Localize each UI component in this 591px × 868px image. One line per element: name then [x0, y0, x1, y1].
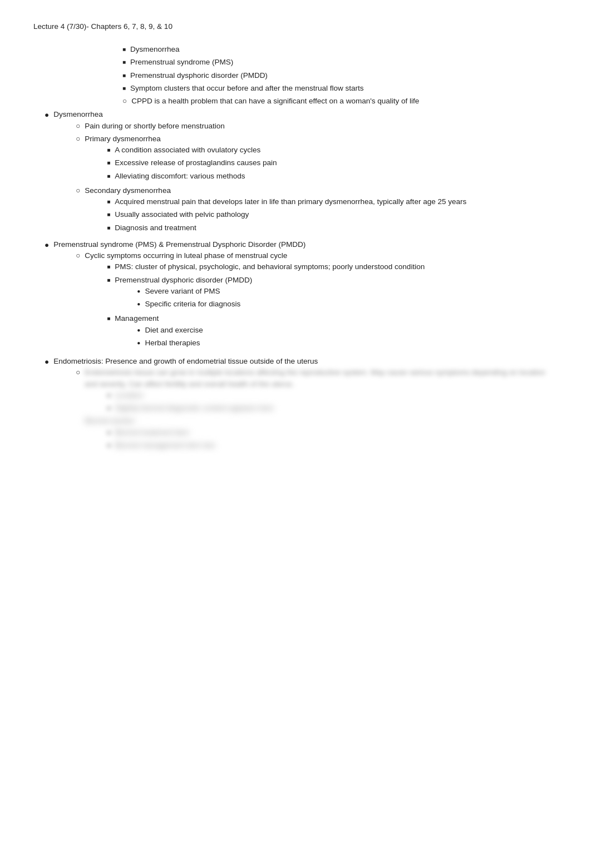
list-item: Alleviating discomfort: various methods — [107, 171, 558, 182]
list-item: Diagnosis and treatment — [107, 222, 558, 234]
list-item: Dysmenorrhea — [122, 44, 558, 55]
list-item: Blurred treatment item — [107, 427, 558, 438]
list-item: Slightly blurred diagnostic content appe… — [107, 403, 558, 414]
list-item: Premenstrual syndrome (PMS) — [122, 57, 558, 68]
list-item: Specific criteria for diagnosis — [137, 299, 558, 310]
list-item: A condition associated with ovulatory cy… — [107, 145, 558, 156]
secondary-dysmenorrhea-item: Secondary dysmenorrhea Acquired menstrua… — [76, 185, 558, 235]
list-item: Acquired menstrual pain that develops la… — [107, 196, 558, 207]
cyclic-symptoms-item: Cyclic symptoms occurring in luteal phas… — [76, 250, 558, 352]
list-item: Pain during or shortly before menstruati… — [76, 121, 558, 132]
endometriosis-blurred-item: Endometriosis tissue can grow in multipl… — [76, 367, 558, 453]
management-item: Management Diet and exercise Herbal ther… — [107, 313, 558, 350]
list-item: Location — [107, 390, 558, 401]
dysmenorrhea-item: Dysmenorrhea Pain during or shortly befo… — [45, 109, 558, 237]
list-item: Premenstrual dysphoric disorder (PMDD) — [122, 70, 558, 81]
list-item: Excessive release of prostaglandins caus… — [107, 157, 558, 168]
list-item: Symptom clusters that occur before and a… — [122, 83, 558, 94]
list-item: Diet and exercise — [137, 325, 558, 336]
list-item: PMS: cluster of physical, psychologic, a… — [107, 261, 558, 272]
list-item: Blurred management item two — [107, 440, 558, 451]
primary-dysmenorrhea-item: Primary dysmenorrhea A condition associa… — [76, 133, 558, 183]
cppd-item: CPPD is a health problem that can have a… — [122, 96, 558, 107]
list-item: Usually associated with pelvic pathology — [107, 209, 558, 220]
pmdd-item: Premenstrual dysphoric disorder (PMDD) S… — [107, 275, 558, 312]
endometriosis-item: Endometriosis: Presence and growth of en… — [45, 356, 558, 454]
list-item: Severe variant of PMS — [137, 286, 558, 297]
page-title: Lecture 4 (7/30)- Chapters 6, 7, 8, 9, &… — [33, 22, 558, 31]
list-item: Herbal therapies — [137, 338, 558, 349]
pms-item: Premenstrual syndrome (PMS) & Premenstru… — [45, 239, 558, 354]
